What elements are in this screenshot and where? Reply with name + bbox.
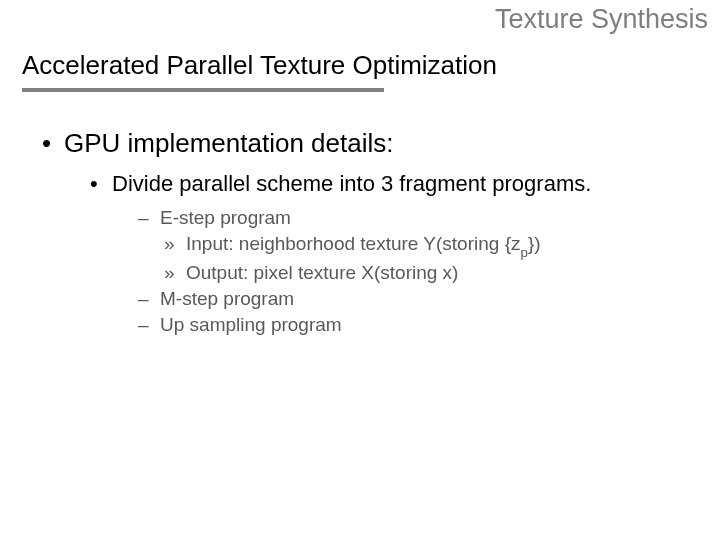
bullet-dash-icon: – xyxy=(138,288,160,310)
bullet-raquo-icon: » xyxy=(164,233,186,258)
bullet-dash-icon: – xyxy=(138,314,160,336)
bullet-text: M-step program xyxy=(160,288,294,310)
slide: Texture Synthesis Accelerated Parallel T… xyxy=(0,0,720,540)
text-post: }) xyxy=(528,233,541,254)
bullet-dot-icon: • xyxy=(90,171,112,197)
header-label: Texture Synthesis xyxy=(495,4,708,35)
bullet-level-3: – E-step program xyxy=(138,207,696,229)
slide-title: Accelerated Parallel Texture Optimizatio… xyxy=(22,50,497,81)
bullet-level-2: • Divide parallel scheme into 3 fragment… xyxy=(90,171,696,197)
text-pre: Input: neighborhood texture Y(storing {z xyxy=(186,233,521,254)
bullet-level-3: – Up sampling program xyxy=(138,314,696,336)
bullet-text: E-step program xyxy=(160,207,291,229)
bullet-text: Divide parallel scheme into 3 fragment p… xyxy=(112,171,591,197)
bullet-level-4: » Output: pixel texture X(storing x) xyxy=(164,262,696,284)
bullet-level-3: – M-step program xyxy=(138,288,696,310)
bullet-text: Output: pixel texture X(storing x) xyxy=(186,262,458,284)
bullet-text: GPU implementation details: xyxy=(64,128,393,159)
bullet-text: Up sampling program xyxy=(160,314,342,336)
title-underline xyxy=(22,88,384,92)
bullet-raquo-icon: » xyxy=(164,262,186,284)
subscript: p xyxy=(521,245,528,260)
content-area: • GPU implementation details: • Divide p… xyxy=(24,128,696,340)
bullet-text: Input: neighborhood texture Y(storing {z… xyxy=(186,233,541,258)
bullet-level-4: » Input: neighborhood texture Y(storing … xyxy=(164,233,696,258)
bullet-dot-icon: • xyxy=(42,128,64,159)
bullet-dash-icon: – xyxy=(138,207,160,229)
bullet-level-1: • GPU implementation details: xyxy=(42,128,696,159)
